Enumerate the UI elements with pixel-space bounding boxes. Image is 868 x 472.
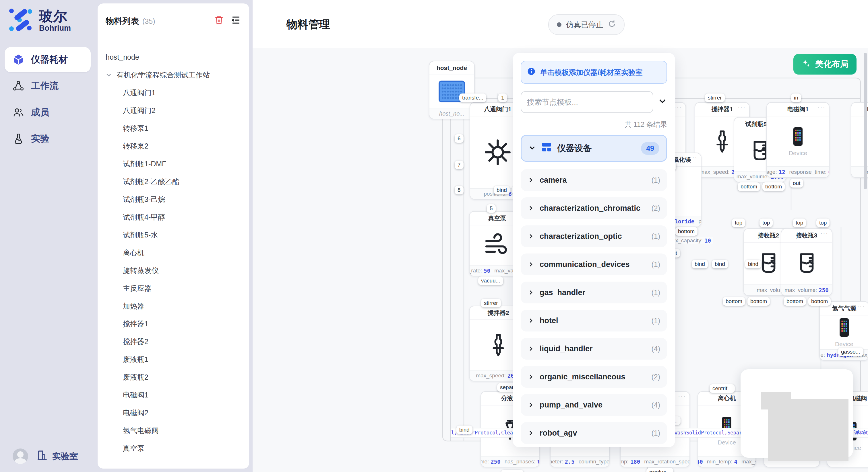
prop-key: diameter:: [551, 459, 563, 465]
minimap[interactable]: [741, 369, 853, 458]
node-menu-icon[interactable]: ···: [820, 229, 828, 237]
tree-item[interactable]: 离心机: [98, 244, 249, 262]
category-camera[interactable]: camera(1): [521, 169, 667, 191]
tree-item[interactable]: 废液瓶2: [98, 368, 249, 386]
category-pump_and_valve[interactable]: pump_and_valve(4): [521, 394, 667, 416]
tree-item-label: 八通阀门2: [123, 106, 156, 115]
tree-item[interactable]: 真空泵: [98, 439, 249, 457]
category-count: (1): [651, 289, 660, 297]
tree-item[interactable]: 八通阀门2: [98, 102, 249, 119]
flow-node[interactable]: 接收瓶3···max_volume:250: [781, 228, 832, 296]
tree-item[interactable]: 有机化学流程综合测试工作站: [98, 66, 249, 84]
sidebar-item-members[interactable]: 成员: [5, 100, 91, 125]
hint-text: 单击模板添加仪器/耗材至实验室: [540, 68, 643, 77]
sidebar-lab-label: 实验室: [52, 450, 78, 462]
tree-item-label: 转移泵2: [123, 141, 148, 151]
tree-item-label: 试剂瓶3-己烷: [123, 195, 165, 204]
tree-item[interactable]: 氢气电磁阀: [98, 422, 249, 439]
prop-value: 250: [491, 459, 500, 465]
port-label: 7: [455, 161, 464, 169]
tree-item[interactable]: 加热器: [98, 297, 249, 315]
tree-item-label: 加热器: [123, 301, 144, 311]
tree-item-label: 八通阀门1: [123, 88, 156, 98]
node-title: 离心机: [718, 394, 736, 402]
beautify-layout-button[interactable]: 美化布局: [794, 54, 857, 74]
tree-item[interactable]: 试剂瓶4-甲醇: [98, 208, 249, 226]
tree-item[interactable]: 旋转蒸发仪: [98, 262, 249, 279]
building-icon: [36, 450, 48, 463]
category-name: communication_devices: [539, 260, 630, 269]
prop-value: 2.5: [565, 459, 575, 465]
delete-icon[interactable]: [214, 15, 224, 27]
category-hotel[interactable]: hotel(1): [521, 310, 667, 332]
tree-item-label: 主反应器: [123, 283, 152, 293]
prop-key: max_volume:: [784, 287, 817, 293]
port-label: top: [732, 218, 745, 227]
category-name: characterization_chromatic: [539, 204, 640, 213]
chevron-down-icon: [528, 143, 536, 154]
sidebar-item-experiments[interactable]: 实验: [5, 126, 91, 151]
category-organic_miscellaneous[interactable]: organic_miscellaneous(2): [521, 366, 667, 388]
category-robot_agv[interactable]: robot_agv(1): [521, 422, 667, 444]
sidebar-item-lab[interactable]: 实验室: [36, 450, 78, 463]
chevron-down-icon[interactable]: [658, 96, 667, 108]
flow-node[interactable]: 电磁阀1···Devicevoltage:12response_time:0.1: [766, 102, 830, 178]
category-characterization_chromatic[interactable]: characterization_chromatic(2): [521, 197, 667, 219]
chevron-right-icon: [528, 233, 534, 239]
port-label: 5: [487, 204, 496, 213]
category-count: (4): [651, 401, 660, 409]
collapse-list-icon[interactable]: [231, 15, 241, 28]
refresh-icon[interactable]: [608, 20, 616, 30]
node-menu-icon[interactable]: ···: [678, 392, 686, 400]
port-label: bind: [745, 260, 761, 268]
tree-item[interactable]: 搅拌器2: [98, 333, 249, 350]
node-menu-icon[interactable]: ···: [857, 302, 865, 310]
category-liquid_handler[interactable]: liquid_handler(4): [521, 338, 667, 360]
sidebar-item-instruments[interactable]: 仪器耗材: [5, 47, 91, 72]
tree-item[interactable]: 八通阀门1: [98, 84, 249, 102]
port-label: bottom: [675, 227, 698, 236]
tree-item[interactable]: 试剂瓶2-乙酸乙酯: [98, 173, 249, 191]
simulation-status[interactable]: 仿真已停止: [548, 14, 625, 35]
node-menu-icon[interactable]: ···: [817, 103, 826, 111]
prop-key: max_volume:: [737, 173, 769, 180]
tree-item[interactable]: 试剂瓶1-DMF: [98, 155, 249, 173]
tree-item[interactable]: 电磁阀1: [98, 386, 249, 404]
tree-item[interactable]: host_node: [98, 48, 249, 66]
node-menu-icon[interactable]: ···: [463, 62, 471, 69]
category-communication_devices[interactable]: communication_devices(1): [521, 254, 667, 275]
tree-item[interactable]: 主反应器: [98, 279, 249, 297]
sidebar-item-workflow[interactable]: 工作流: [5, 73, 91, 99]
tree-item[interactable]: 试剂瓶3-己烷: [98, 191, 249, 208]
node-menu-icon[interactable]: ···: [865, 392, 868, 400]
node-menu-icon[interactable]: ···: [738, 103, 746, 111]
avatar[interactable]: [12, 448, 28, 464]
port-label: bottom: [784, 297, 806, 306]
node-menu-icon[interactable]: ···: [674, 103, 682, 111]
tree-item[interactable]: 转移泵1: [98, 119, 249, 137]
tree-item[interactable]: 转移泵2: [98, 137, 249, 155]
category-characterization_optic[interactable]: characterization_optic(1): [521, 225, 667, 247]
prop-value: true: [537, 459, 539, 465]
group-instruments[interactable]: 仪器设备 49: [521, 135, 667, 162]
prop-key: has_phases:: [505, 459, 536, 465]
tree-item-label: 搅拌器2: [123, 337, 148, 346]
tree-item[interactable]: 废液瓶1: [98, 350, 249, 368]
scrollbar-thumb[interactable]: [864, 53, 867, 189]
device-icon: [837, 317, 851, 339]
group-count-badge: 49: [641, 142, 659, 155]
prop-key: max_spe: [741, 459, 755, 465]
chevron-down-icon[interactable]: [105, 72, 112, 78]
tree-item[interactable]: 搅拌器1: [98, 315, 249, 333]
chevron-right-icon: [528, 317, 534, 324]
category-gas_handler[interactable]: gas_handler(1): [521, 281, 667, 303]
node-menu-icon[interactable]: ···: [689, 154, 698, 161]
flow-node[interactable]: host_node···host_no...: [429, 61, 475, 119]
category-name: robot_agv: [539, 429, 577, 438]
tree-item[interactable]: 试剂瓶5-水: [98, 226, 249, 244]
port-label: stirrer: [705, 94, 725, 102]
tree-item[interactable]: 电磁阀2: [98, 404, 249, 422]
status-label: 仿真已停止: [566, 20, 603, 30]
port-label: 1: [498, 94, 507, 102]
search-input[interactable]: [521, 91, 653, 113]
